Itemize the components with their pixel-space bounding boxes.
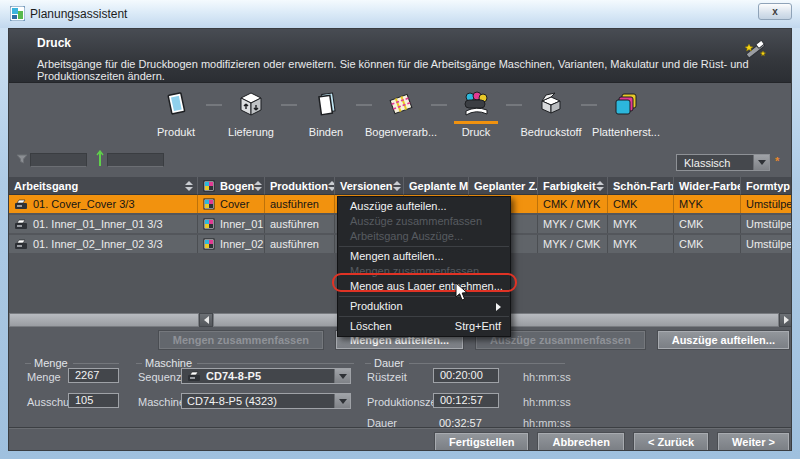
plattenherstellung-icon [613, 88, 639, 120]
produktionszeit-label: Produktionszeit [367, 396, 442, 408]
press-icon [187, 371, 201, 382]
nav-label: Binden [309, 126, 343, 138]
time-unit-label: hh:mm:ss [523, 396, 571, 408]
produktionszeit-input[interactable]: 00:12:57 [433, 393, 499, 408]
table-header-row: Arbeitsgang Bogen Produktion Versionen G… [9, 177, 792, 195]
press-icon [14, 219, 28, 230]
menu-item-loeschen[interactable]: LöschenStrg+Entf [338, 319, 510, 334]
nav-step-binden[interactable]: Binden [289, 88, 364, 138]
nav-step-plattenherstellung[interactable]: Plattenherst... [589, 88, 664, 138]
sort-icon[interactable] [254, 181, 262, 191]
ruestzeit-input[interactable]: 00:20:00 [433, 368, 499, 383]
wizard-step-nav: Produkt Lieferung Binden Bogenverarb... … [9, 84, 792, 144]
sort-filter-icon[interactable] [96, 150, 104, 170]
druck-icon [462, 88, 490, 120]
column-header-geplante-menge[interactable]: Geplante Me... [404, 177, 469, 195]
bedruckstoff-icon [538, 88, 564, 120]
time-unit-label: hh:mm:ss [523, 371, 571, 383]
wizard-footer-buttons: Fertigstellen Abbrechen < Zurück Weiter … [9, 433, 789, 451]
nav-step-lieferung[interactable]: Lieferung [214, 88, 289, 138]
sequenz-value: CD74-8-P5 [206, 370, 261, 382]
column-header-bogen[interactable]: Bogen [198, 177, 265, 195]
menu-item-auszuege-aufteilen[interactable]: Auszüge aufteilen... [338, 199, 510, 214]
binden-icon [313, 88, 339, 120]
modified-marker: * [775, 155, 779, 167]
nav-label: Produkt [157, 126, 195, 138]
sort-icon[interactable] [596, 181, 604, 191]
dauer-group: Dauer Rüstzeit 00:20:00 hh:mm:ss Produkt… [365, 357, 565, 369]
menu-item-auszuege-zusammenfassen: Auszüge zusammenfassen [338, 214, 510, 229]
menu-separator [339, 296, 509, 297]
menge-group: Menge Menge 2267 Ausschuss 105 [25, 357, 119, 369]
page-title: Druck [37, 36, 71, 50]
chevron-down-icon[interactable] [334, 394, 350, 408]
column-header-formtyp[interactable]: Formtyp [741, 177, 792, 195]
menu-separator [339, 246, 509, 247]
column-header-arbeitsgang[interactable]: Arbeitsgang [9, 177, 198, 195]
planungsassistent-window: Planungsassistent x Druck Arbeitsgänge f… [0, 0, 800, 459]
nav-step-bogenverarbeitung[interactable]: Bogenverarb... [364, 88, 439, 138]
view-style-value: Klassisch [677, 157, 753, 169]
mengen-zusammenfassen-button[interactable]: Mengen zusammenfassen [159, 331, 323, 349]
menu-item-mengen-aufteilen[interactable]: Mengen aufteilen... [338, 249, 510, 264]
table-toolbar: Klassisch * [9, 145, 792, 176]
close-icon[interactable]: x [758, 3, 792, 20]
nav-label: Bedruckstoff [521, 126, 582, 138]
menge-input[interactable]: 2267 [68, 368, 119, 383]
sort-icon[interactable] [328, 181, 335, 191]
zurueck-button[interactable]: < Zurück [634, 433, 708, 451]
context-menu: Auszüge aufteilen... Auszüge zusammenfas… [337, 196, 511, 337]
menu-separator [339, 316, 509, 317]
menge-label: Menge [27, 371, 61, 383]
bogenverarbeitung-icon [388, 88, 414, 120]
produkt-icon [163, 88, 189, 120]
column-header-geplanter-zeitpunkt[interactable]: Geplanter Z... [469, 177, 538, 195]
cmyk-sheet-icon [203, 218, 215, 230]
wizard-header: Druck Arbeitsgänge für die Druckbogen mo… [9, 29, 792, 83]
scroll-left-icon[interactable] [199, 313, 213, 327]
nav-step-produkt[interactable]: Produkt [139, 88, 214, 138]
menu-shortcut: Strg+Entf [455, 319, 501, 334]
nav-step-bedruckstoff[interactable]: Bedruckstoff [514, 88, 589, 138]
filter-input-2[interactable] [107, 153, 164, 167]
sort-icon[interactable] [393, 181, 401, 191]
view-style-dropdown[interactable]: Klassisch [676, 154, 770, 171]
ruestzeit-label: Rüstzeit [367, 371, 407, 383]
scrollbar-thumb[interactable] [9, 313, 199, 327]
nav-label: Lieferung [228, 126, 274, 138]
press-icon [14, 199, 28, 210]
press-icon [14, 239, 28, 250]
sequenz-label: Sequenz [138, 371, 181, 383]
maschine-dropdown[interactable]: CD74-8-P5 (4323) [181, 393, 351, 409]
sort-icon[interactable] [185, 181, 193, 191]
sequenz-dropdown[interactable]: CD74-8-P5 [181, 368, 351, 384]
app-icon [10, 6, 25, 23]
nav-step-druck-active[interactable]: Druck [439, 88, 514, 138]
menu-item-menge-aus-lager-entnehmen[interactable]: Menge aus Lager entnehmen... [338, 279, 510, 294]
column-header-produktion[interactable]: Produktion [265, 177, 335, 195]
chevron-down-icon[interactable] [334, 369, 350, 383]
column-header-versionen[interactable]: Versionen [335, 177, 404, 195]
cmyk-sheet-icon [203, 198, 215, 210]
abbrechen-button[interactable]: Abbrechen [538, 433, 623, 451]
magic-wand-icon [743, 39, 767, 65]
title-bar[interactable]: Planungsassistent x [0, 0, 800, 28]
nav-label: Bogenverarb... [365, 126, 437, 138]
lieferung-icon [238, 88, 264, 120]
column-header-farbigkeit[interactable]: Farbigkeit [538, 177, 608, 195]
filter-icon[interactable] [16, 153, 28, 167]
menu-item-arbeitsgang-auszuege: Arbeitsgang Auszüge... [338, 229, 510, 244]
nav-label: Druck [462, 126, 491, 138]
column-header-wider-farben[interactable]: Wider-Farben [674, 177, 741, 195]
maschine-label: Maschine [138, 396, 185, 408]
auszuege-aufteilen-button[interactable]: Auszüge aufteilen... [658, 331, 789, 349]
chevron-down-icon[interactable] [753, 155, 769, 170]
menu-item-produktion[interactable]: Produktion [338, 299, 510, 314]
column-header-schoen-farben[interactable]: Schön-Farben [608, 177, 674, 195]
filter-input-1[interactable] [30, 153, 87, 167]
fertigstellen-button[interactable]: Fertigstellen [435, 433, 528, 451]
cmyk-sheet-icon [203, 180, 215, 192]
scroll-right-icon[interactable] [779, 313, 792, 327]
weiter-button[interactable]: Weiter > [718, 433, 789, 451]
ausschuss-input[interactable]: 105 [68, 393, 119, 408]
